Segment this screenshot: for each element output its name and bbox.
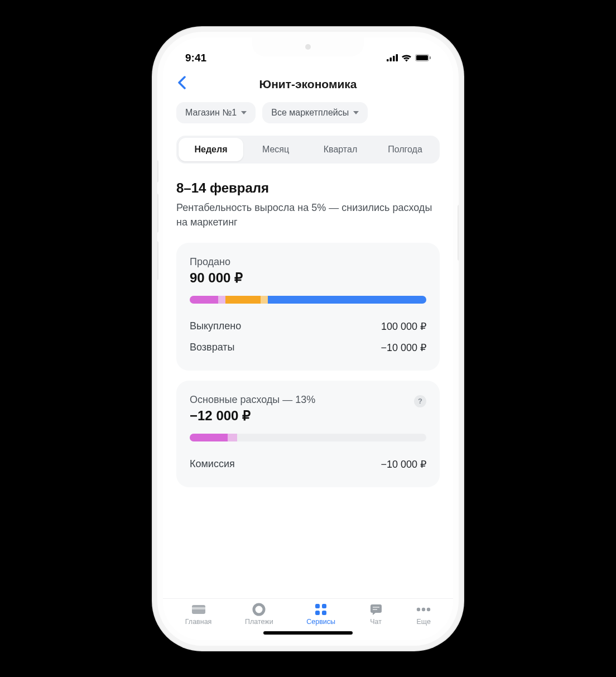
content-area: 8–14 февраля Рентабельность выросла на 5…: [163, 164, 453, 598]
home-indicator[interactable]: [263, 631, 353, 635]
expenses-row-label: Комиссия: [190, 458, 235, 470]
period-segmented: НеделяМесяцКварталПолгода: [176, 136, 440, 164]
sold-row-value: −10 000 ₽: [381, 342, 426, 354]
bar-segment: [261, 296, 268, 304]
svg-rect-3: [396, 54, 398, 61]
tab-label: Сервисы: [306, 618, 335, 626]
power-button: [458, 205, 459, 261]
volume-down: [157, 241, 158, 280]
cellular-icon: [387, 54, 398, 61]
expenses-card: Основные расходы — 13% −12 000 ₽ ? Комис…: [176, 381, 440, 487]
sold-label: Продано: [190, 256, 426, 268]
sold-row: Выкуплено100 000 ₽: [190, 316, 426, 337]
battery-icon: [415, 54, 431, 61]
period-tab-1[interactable]: Месяц: [243, 138, 308, 161]
bar-segment: [218, 296, 225, 304]
tab-label: Главная: [185, 618, 212, 626]
notch: [252, 37, 364, 56]
sold-value: 90 000 ₽: [190, 270, 426, 286]
tab-label: Еще: [416, 618, 430, 626]
summary-text: Рентабельность выросла на 5% — снизились…: [176, 200, 440, 229]
circle-icon: [252, 603, 266, 616]
nav-header: Юнит-экономика: [163, 69, 453, 97]
svg-rect-13: [322, 611, 326, 615]
svg-rect-8: [192, 607, 205, 609]
svg-rect-11: [322, 604, 326, 608]
sold-card: Продано 90 000 ₽ Выкуплено100 000 ₽Возвр…: [176, 243, 440, 371]
chevron-down-icon: [241, 111, 247, 114]
tab-card[interactable]: Главная: [185, 603, 212, 626]
dots-icon: [416, 603, 431, 616]
period-tab-3[interactable]: Полгода: [373, 138, 437, 161]
wifi-icon: [401, 54, 412, 62]
sold-row-label: Выкуплено: [190, 320, 241, 333]
phone-frame: 9:41 Юнит-экономика Магазин №1 Все марке…: [157, 32, 459, 646]
period-tab-2[interactable]: Квартал: [308, 138, 373, 161]
svg-point-9: [254, 604, 264, 614]
svg-rect-0: [387, 59, 389, 61]
svg-rect-14: [370, 604, 382, 613]
sold-row-label: Возвраты: [190, 342, 234, 354]
svg-rect-10: [315, 604, 320, 608]
svg-rect-6: [430, 56, 431, 59]
filter-marketplace-label: Все маркетплейсы: [271, 108, 349, 118]
expenses-bar: [190, 434, 426, 441]
question-icon: ?: [418, 397, 422, 405]
expenses-label: Основные расходы — 13%: [190, 394, 315, 406]
volume-up: [157, 194, 158, 233]
page-title: Юнит-экономика: [176, 78, 440, 91]
period-tab-0[interactable]: Неделя: [179, 138, 243, 161]
bar-segment: [190, 434, 228, 441]
date-range: 8–14 февраля: [176, 180, 440, 196]
tab-label: Чат: [370, 618, 382, 626]
filter-row: Магазин №1 Все маркетплейсы: [163, 97, 453, 131]
sold-row-value: 100 000 ₽: [381, 320, 426, 333]
status-indicators: [387, 54, 431, 62]
svg-rect-12: [315, 611, 320, 615]
svg-rect-15: [373, 607, 379, 608]
grid-icon: [314, 603, 328, 616]
bar-segment: [190, 296, 218, 304]
bar-segment: [268, 296, 426, 304]
bar-segment: [225, 296, 261, 304]
svg-rect-16: [373, 609, 377, 610]
svg-point-19: [427, 607, 430, 611]
svg-rect-2: [393, 56, 395, 61]
status-time: 9:41: [185, 52, 206, 64]
svg-point-17: [417, 607, 420, 611]
tab-grid[interactable]: Сервисы: [306, 603, 335, 626]
chevron-left-icon: [177, 76, 186, 89]
tab-chat[interactable]: Чат: [369, 603, 383, 626]
expenses-row-value: −10 000 ₽: [381, 458, 426, 470]
expenses-row: Комиссия−10 000 ₽: [190, 454, 426, 475]
sold-bar: [190, 296, 426, 304]
tab-circle[interactable]: Платежи: [245, 603, 273, 626]
help-button[interactable]: ?: [414, 395, 426, 407]
chat-icon: [369, 603, 383, 616]
svg-rect-1: [390, 57, 392, 61]
filter-store[interactable]: Магазин №1: [176, 102, 256, 123]
tab-label: Платежи: [245, 618, 273, 626]
filter-marketplace[interactable]: Все маркетплейсы: [262, 102, 368, 123]
bar-segment: [228, 434, 237, 441]
svg-point-18: [422, 607, 425, 611]
sold-row: Возвраты−10 000 ₽: [190, 337, 426, 358]
expenses-value: −12 000 ₽: [190, 408, 315, 424]
chevron-down-icon: [353, 111, 359, 114]
filter-store-label: Магазин №1: [185, 108, 237, 118]
svg-rect-5: [416, 55, 428, 60]
back-button[interactable]: [177, 76, 186, 92]
tab-dots[interactable]: Еще: [416, 603, 431, 626]
mute-switch: [157, 160, 158, 183]
card-icon: [191, 603, 206, 616]
